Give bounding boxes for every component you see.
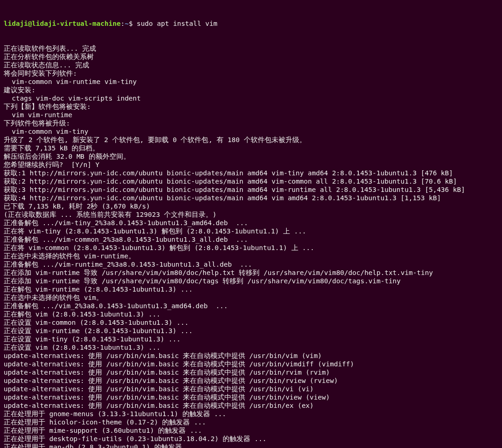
- prompt-line-1: lidaji@lidaji-virtual-machine:~$ sudo ap…: [4, 19, 498, 28]
- output-line: 正在处理用于 hicolor-icon-theme (0.17-2) 的触发器 …: [4, 418, 498, 426]
- output-line: 获取:4 http://mirrors.yun-idc.com/ubuntu b…: [4, 194, 498, 202]
- output-line: (正在读取数据库 ... 系统当前共安装有 129023 个文件和目录。): [4, 210, 498, 219]
- output-line: 正在添加 vim-runtime 导致 /usr/share/vim/vim80…: [4, 277, 498, 285]
- output-line: 正准备解包 .../vim_2%3a8.0.1453-1ubuntu1.3_am…: [4, 302, 498, 310]
- output-line: 正准备解包 .../vim-common_2%3a8.0.1453-1ubunt…: [4, 235, 498, 244]
- output-line: 升级了 2 个软件包, 新安装了 2 个软件包, 要卸载 0 个软件包, 有 1…: [4, 136, 498, 144]
- output-line: update-alternatives: 使用 /usr/bin/vim.bas…: [4, 401, 498, 410]
- output-line: 已下载 7,135 kB, 耗时 2秒 (3,670 kB/s): [4, 202, 498, 210]
- command-text: sudo apt install vim: [137, 20, 218, 27]
- output-line: 获取:2 http://mirrors.yun-idc.com/ubuntu b…: [4, 177, 498, 185]
- output-line: vim-common vim-runtime vim-tiny: [4, 78, 498, 86]
- output-line: 正在处理用于 desktop-file-utils (0.23-1ubuntu3…: [4, 435, 498, 443]
- output-line: 解压缩后会消耗 32.0 MB 的额外空间。: [4, 152, 498, 161]
- output-line: 下列软件包将被升级:: [4, 119, 498, 127]
- prompt-user-host: lidaji@lidaji-virtual-machine: [4, 20, 121, 27]
- output-line: 正在读取软件包列表... 完成: [4, 44, 498, 53]
- output-line: update-alternatives: 使用 /usr/bin/vim.bas…: [4, 385, 498, 393]
- output-line: 需要下载 7,135 kB 的归档。: [4, 144, 498, 152]
- output-line: 下列【新】软件包将被安装:: [4, 102, 498, 111]
- output-line: 正在将 vim-common (2:8.0.1453-1ubuntu1.3) 解…: [4, 244, 498, 252]
- output-line: 正在读取状态信息... 完成: [4, 61, 498, 69]
- output-line: update-alternatives: 使用 /usr/bin/vim.bas…: [4, 360, 498, 368]
- prompt-colon: :: [121, 20, 125, 27]
- output-line: 正准备解包 .../vim-tiny_2%3a8.0.1453-1ubuntu1…: [4, 219, 498, 227]
- output-line: 正在设置 vim (2:8.0.1453-1ubuntu1.3) ...: [4, 343, 498, 352]
- output-line: 获取:3 http://mirrors.yun-idc.com/ubuntu b…: [4, 185, 498, 194]
- output-line: 正在解包 vim (2:8.0.1453-1ubuntu1.3) ...: [4, 310, 498, 318]
- terminal-output: 正在读取软件包列表... 完成正在分析软件包的依赖关系树正在读取状态信息... …: [4, 44, 498, 448]
- output-line: 正在分析软件包的依赖关系树: [4, 53, 498, 61]
- prompt-path: ~: [125, 20, 129, 27]
- output-line: 正在解包 vim-runtime (2:8.0.1453-1ubuntu1.3)…: [4, 285, 498, 293]
- terminal-window[interactable]: lidaji@lidaji-virtual-machine:~$ sudo ap…: [0, 0, 502, 448]
- output-line: update-alternatives: 使用 /usr/bin/vim.bas…: [4, 368, 498, 376]
- output-line: 正在设置 vim-common (2:8.0.1453-1ubuntu1.3) …: [4, 318, 498, 327]
- output-line: 正在处理用于 gnome-menus (3.13.3-11ubuntu1.1) …: [4, 410, 498, 418]
- output-line: update-alternatives: 使用 /usr/bin/vim.bas…: [4, 376, 498, 385]
- prompt-dollar: $: [129, 20, 137, 27]
- output-line: 正在选中未选择的软件包 vim。: [4, 293, 498, 302]
- output-line: 建议安装:: [4, 86, 498, 94]
- output-line: 正在将 vim-tiny (2:8.0.1453-1ubuntu1.3) 解包到…: [4, 227, 498, 235]
- output-line: vim-common vim-tiny: [4, 127, 498, 136]
- output-line: update-alternatives: 使用 /usr/bin/vim.bas…: [4, 352, 498, 360]
- output-line: update-alternatives: 使用 /usr/bin/vim.bas…: [4, 393, 498, 401]
- output-line: 正在处理用于 man-db (2.8.3-2ubuntu0.1) 的触发器 ..…: [4, 443, 498, 448]
- output-line: 正在设置 vim-tiny (2:8.0.1453-1ubuntu1.3) ..…: [4, 335, 498, 343]
- output-line: 正在添加 vim-runtime 导致 /usr/share/vim/vim80…: [4, 269, 498, 277]
- output-line: vim vim-runtime: [4, 111, 498, 119]
- output-line: 您希望继续执行吗? [Y/n] Y: [4, 161, 498, 169]
- output-line: ctags vim-doc vim-scripts indent: [4, 94, 498, 102]
- output-line: 将会同时安装下列软件:: [4, 69, 498, 78]
- output-line: 正在处理用于 mime-support (3.60ubuntu1) 的触发器 .…: [4, 426, 498, 435]
- output-line: 正在选中未选择的软件包 vim-runtime。: [4, 252, 498, 260]
- output-line: 正准备解包 .../vim-runtime_2%3a8.0.1453-1ubun…: [4, 260, 498, 269]
- output-line: 正在设置 vim-runtime (2:8.0.1453-1ubuntu1.3)…: [4, 327, 498, 335]
- output-line: 获取:1 http://mirrors.yun-idc.com/ubuntu b…: [4, 169, 498, 177]
